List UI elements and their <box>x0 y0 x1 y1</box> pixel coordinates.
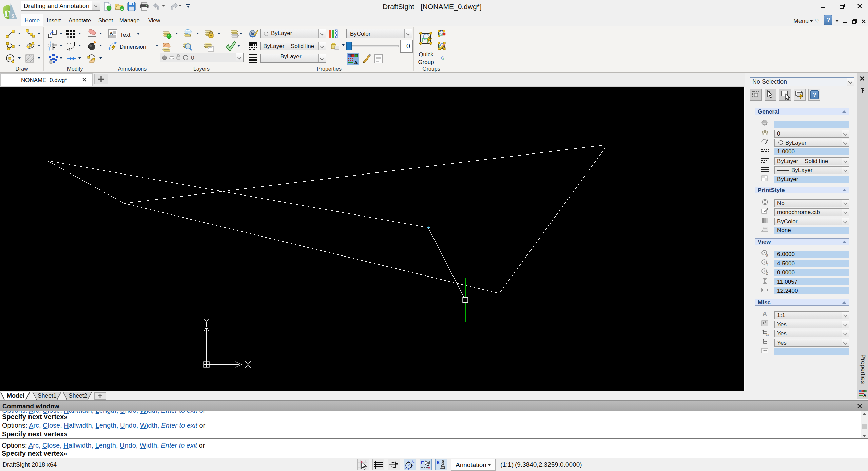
svg-text:0: 0 <box>191 55 194 61</box>
svg-text:s: s <box>12 11 14 19</box>
svg-text:A: A <box>762 311 767 318</box>
svg-text:0,0: 0,0 <box>766 334 769 336</box>
svg-text:Z: Z <box>766 272 768 275</box>
svg-text:X: X <box>766 253 768 257</box>
svg-text:A: A <box>863 393 866 397</box>
svg-text:Sheet2: Sheet2 <box>69 392 87 399</box>
svg-text:E: E <box>421 460 424 465</box>
svg-text:Model: Model <box>7 392 24 399</box>
svg-text:A: A <box>110 30 113 36</box>
svg-text:A: A <box>354 60 358 65</box>
svg-text:Sheet1: Sheet1 <box>38 392 56 399</box>
svg-text:Y: Y <box>766 263 768 266</box>
svg-text:E: E <box>437 460 440 465</box>
